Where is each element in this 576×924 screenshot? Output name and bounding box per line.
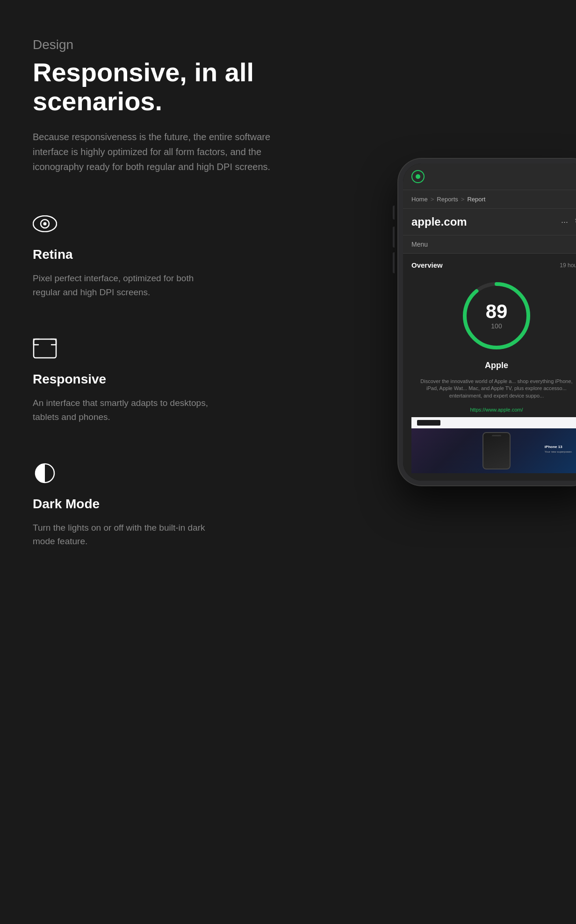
svg-point-2 [43, 222, 47, 226]
header-section: Design Responsive, in all scenarios. Bec… [33, 37, 313, 174]
apple-logo-thumbnail [417, 420, 440, 426]
thumbnail-header [411, 417, 576, 428]
site-thumbnail: iPhone 13 Your new superpower. [411, 417, 576, 473]
svg-rect-3 [34, 339, 56, 358]
score-text: 89 100 [486, 302, 508, 330]
app-top-bar [403, 163, 576, 190]
feature-retina-title: Retina [33, 247, 238, 262]
overview-title: Overview [411, 261, 443, 269]
breadcrumb-reports[interactable]: Reports [437, 196, 458, 203]
thumbnail-inner: iPhone 13 Your new superpower. [411, 417, 576, 473]
section-label: Design [33, 37, 313, 52]
phone-volume-up-button [393, 227, 395, 248]
breadcrumb: Home > Reports > Report [403, 190, 576, 209]
phone-screen: Home > Reports > Report apple.com ··· ↻ [403, 163, 576, 481]
site-url[interactable]: https://www.apple.com/ [470, 407, 523, 412]
feature-retina: Retina Pixel perfect interface, optimize… [33, 212, 238, 299]
features-section: Retina Pixel perfect interface, optimize… [33, 212, 238, 548]
feature-darkmode: Dark Mode Turn the lights on or off with… [33, 461, 238, 548]
breadcrumb-report[interactable]: Report [467, 196, 485, 203]
thumbnail-product-title: iPhone 13 [545, 445, 572, 449]
overview-header: Overview 19 hours [411, 261, 576, 269]
domain-header: apple.com ··· ↻ [403, 209, 576, 235]
feature-responsive-title: Responsive [33, 372, 238, 387]
breadcrumb-separator-2: > [461, 196, 465, 203]
domain-actions: ··· ↻ [561, 217, 576, 227]
app-logo [411, 170, 425, 183]
phone-frame: Home > Reports > Report apple.com ··· ↻ [398, 159, 576, 485]
feature-responsive-description: An interface that smartly adapts to desk… [33, 396, 220, 424]
score-circle: 89 100 [459, 278, 534, 353]
halfcircle-icon [33, 461, 57, 485]
domain-title: apple.com [411, 215, 467, 228]
phone-mute-button [393, 206, 395, 220]
thumbnail-content: iPhone 13 Your new superpower. [411, 428, 576, 473]
feature-responsive: Responsive An interface that smartly ada… [33, 336, 238, 424]
resize-icon [33, 336, 57, 361]
feature-retina-description: Pixel perfect interface, optimized for b… [33, 271, 220, 299]
site-description: Discover the innovative world of Apple a… [411, 378, 576, 399]
score-container: 89 100 Apple Discover the innovative wor… [411, 278, 576, 412]
thumbnail-iphone-image [482, 432, 511, 469]
app-logo-dot-inner [416, 174, 420, 179]
menu-bar: Menu [403, 235, 576, 254]
breadcrumb-separator-1: > [431, 196, 434, 203]
more-options-button[interactable]: ··· [561, 217, 568, 227]
feature-darkmode-description: Turn the lights on or off with the built… [33, 521, 220, 548]
breadcrumb-home[interactable]: Home [411, 196, 428, 203]
score-total: 100 [486, 322, 508, 330]
score-number: 89 [486, 302, 508, 321]
feature-darkmode-title: Dark Mode [33, 497, 238, 512]
menu-label[interactable]: Menu [411, 241, 428, 248]
eye-icon [33, 212, 57, 236]
page: Design Responsive, in all scenarios. Bec… [0, 0, 576, 924]
site-name: Apple [485, 361, 508, 370]
overview-section: Overview 19 hours [403, 254, 576, 481]
thumbnail-tagline: Your new superpower. [545, 450, 572, 453]
section-description: Because responsiveness is the future, th… [33, 129, 290, 174]
section-title: Responsive, in all scenarios. [33, 58, 313, 115]
phone-volume-down-button [393, 252, 395, 273]
phone-mockup: Home > Reports > Report apple.com ··· ↻ [398, 159, 576, 485]
overview-time: 19 hours [560, 262, 576, 269]
thumbnail-text-block: iPhone 13 Your new superpower. [545, 445, 572, 453]
